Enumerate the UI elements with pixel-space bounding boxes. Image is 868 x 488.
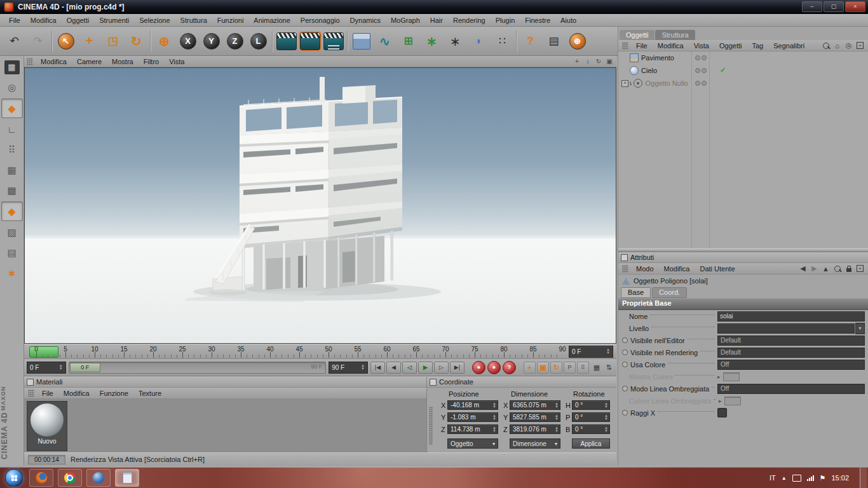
editor-visibility-toggle[interactable] — [695, 55, 700, 60]
palette-uv-mode-button[interactable]: ▤ — [2, 243, 22, 262]
pos-y-field[interactable]: -1.083 m▲▼ — [447, 412, 498, 422]
viewport-menu-item-camere[interactable]: Camere — [72, 56, 107, 67]
toolbar-lock-y-button[interactable]: Y — [200, 28, 223, 55]
section-proprieta-base[interactable]: Proprietà Base — [618, 298, 868, 310]
search-icon[interactable] — [833, 264, 841, 273]
rot-b-field[interactable]: 0 °▲▼ — [572, 424, 610, 434]
apply-button[interactable]: Applica — [572, 438, 610, 449]
object-row-pavimento[interactable]: Pavimento — [618, 51, 868, 64]
toolbar-coord-system-button[interactable]: L — [247, 28, 270, 55]
history-back-icon[interactable]: ◀ — [799, 264, 807, 273]
toolbar-simulation-button[interactable]: ∷ — [491, 28, 514, 55]
attr-dropdown-visibile-nel-rendering[interactable]: Default — [717, 348, 865, 358]
palette-object-axis-mode-button[interactable]: ◆ — [1, 98, 23, 118]
rot-h-field[interactable]: 0 °▲▼ — [572, 400, 610, 410]
objects-menu-item-tag[interactable]: Tag — [747, 40, 768, 51]
objects-menu-item-oggetti[interactable]: Oggetti — [714, 40, 747, 51]
toolbar-scale-tool-button[interactable]: ◳ — [101, 28, 125, 55]
add-panel-icon[interactable]: + — [856, 264, 864, 273]
attr-checkbox-raggi-x[interactable] — [717, 408, 727, 417]
objects-menu-item-modifica[interactable]: Modifica — [653, 40, 689, 51]
menubar-item-rendering[interactable]: Rendering — [448, 15, 491, 26]
viewport-menu-item-modifica[interactable]: Modifica — [36, 56, 72, 67]
attributes-menu-item-modifica[interactable]: Modifica — [659, 263, 695, 274]
menubar-item-selezione[interactable]: Selezione — [134, 15, 175, 26]
palette-polygon-tool-button[interactable]: ◆ — [1, 201, 23, 221]
attr-dropdown-usa-colore[interactable]: Off — [717, 360, 865, 370]
palette-make-editable-button[interactable]: ▦ — [2, 58, 22, 76]
viewport-3d-view[interactable] — [24, 67, 616, 344]
goto-start-button[interactable]: |◀ — [370, 362, 385, 374]
timeline-expand-icon[interactable]: ⇅ — [604, 362, 614, 372]
editor-visibility-toggle[interactable] — [695, 81, 700, 86]
menubar-item-aiuto[interactable]: Aiuto — [555, 15, 581, 26]
menubar-item-funzioni[interactable]: Funzioni — [212, 15, 249, 26]
next-frame-button[interactable]: ▷ — [434, 362, 449, 374]
menubar-item-modifica[interactable]: Modifica — [25, 15, 62, 26]
attr-input-livello[interactable] — [717, 323, 855, 334]
palette-polygons-mode-button[interactable]: ▩ — [2, 181, 22, 200]
taskbar-firefox-button[interactable] — [29, 469, 53, 487]
start-frame-stepper-icon[interactable]: ▲▼ — [59, 364, 63, 370]
record-pla-button[interactable]: ⠿ — [577, 362, 589, 374]
timeline-ruler-track[interactable]: 051015202530354045505560657075808590 — [24, 344, 566, 358]
pos-x-field[interactable]: -40.168 m▲▼ — [447, 400, 498, 410]
toolbar-online-updater-button[interactable]: ⊕ — [566, 28, 589, 55]
search-icon[interactable] — [822, 41, 830, 50]
materials-menu-item-funzione[interactable]: Funzione — [95, 388, 133, 399]
grip-handle[interactable] — [28, 390, 34, 397]
record-scale-button[interactable]: ▣ — [537, 362, 549, 374]
toolbar-render-settings-button[interactable] — [322, 28, 345, 55]
attributes-menu-item-modo[interactable]: Modo — [631, 263, 659, 274]
menubar-item-hair[interactable]: Hair — [425, 15, 448, 26]
viewport-canvas[interactable] — [25, 68, 616, 343]
object-row-oggetto-nullo[interactable]: +1Oggetto Nullo — [618, 77, 868, 90]
attr-input-nome[interactable] — [717, 311, 865, 322]
render-visibility-toggle[interactable] — [702, 55, 707, 60]
objects-menu-item-file[interactable]: File — [631, 40, 653, 51]
expand-icon[interactable]: + — [621, 80, 628, 87]
viewport-menu-item-mostra[interactable]: Mostra — [107, 56, 139, 67]
record-options-button[interactable]: ? — [503, 361, 516, 374]
language-indicator[interactable]: IT — [770, 474, 776, 482]
anim-dot-icon[interactable] — [622, 362, 628, 367]
render-visibility-toggle[interactable] — [702, 81, 707, 86]
tab-coord[interactable]: Coord. — [652, 287, 687, 298]
palette-edges-mode-button[interactable]: ▦ — [2, 161, 22, 179]
parent-up-icon[interactable]: ▲ — [822, 264, 830, 273]
coordinates-header[interactable]: Coordinate — [427, 377, 616, 388]
action-center-flag-icon[interactable]: ⚑ — [820, 474, 826, 482]
history-forward-icon[interactable]: ▶ — [810, 264, 818, 273]
dim-y-field[interactable]: 5827.585 m▲▼ — [510, 412, 560, 422]
materials-menu-item-modifica[interactable]: Modifica — [58, 388, 95, 399]
record-keyframe-button[interactable]: ● — [472, 361, 485, 374]
tab-struttura[interactable]: Struttura — [655, 30, 695, 40]
prev-frame-button[interactable]: ◀ — [386, 362, 401, 374]
rot-p-field[interactable]: 0 °▲▼ — [572, 412, 610, 422]
viewport-menu-item-filtro[interactable]: Filtro — [139, 56, 164, 67]
taskbar-chrome-button[interactable] — [58, 469, 82, 487]
close-button[interactable]: × — [845, 1, 865, 12]
object-row-cielo[interactable]: Cielo✓ — [618, 64, 868, 77]
objects-menu-item-vista[interactable]: Vista — [689, 40, 714, 51]
record-rotation-button[interactable]: ↻ — [550, 362, 562, 374]
network-icon[interactable] — [807, 475, 814, 481]
toggle-view-icon[interactable]: ▣ — [605, 57, 614, 66]
menubar-item-oggetti[interactable]: Oggetti — [62, 15, 94, 26]
taskbar-browser-button[interactable] — [86, 469, 111, 487]
attr-dropdown-visibile-nell-editor[interactable]: Default — [717, 336, 865, 346]
toolbar-lock-x-button[interactable]: X — [176, 28, 200, 55]
toolbar-add-spline-button[interactable]: ∿ — [373, 28, 397, 55]
expand-triangle-icon[interactable]: ▸ — [717, 374, 721, 380]
toolbar-mograph-button[interactable]: ∗ — [444, 28, 467, 55]
materials-menu-item-texture[interactable]: Texture — [133, 388, 166, 399]
menubar-item-file[interactable]: File — [4, 15, 25, 26]
minimize-button[interactable]: – — [802, 1, 822, 12]
toolbar-add-cube-button[interactable] — [349, 28, 373, 55]
toolbar-rotate-tool-button[interactable]: ↻ — [125, 28, 148, 55]
anim-dot-icon[interactable] — [622, 349, 628, 355]
record-parameter-button[interactable]: P — [564, 362, 576, 374]
menubar-item-dynamics[interactable]: Dynamics — [345, 15, 386, 26]
attr-dropdown-modo-linea-ombreggiata[interactable]: Off — [717, 384, 865, 394]
editor-visibility-toggle[interactable] — [695, 68, 700, 73]
